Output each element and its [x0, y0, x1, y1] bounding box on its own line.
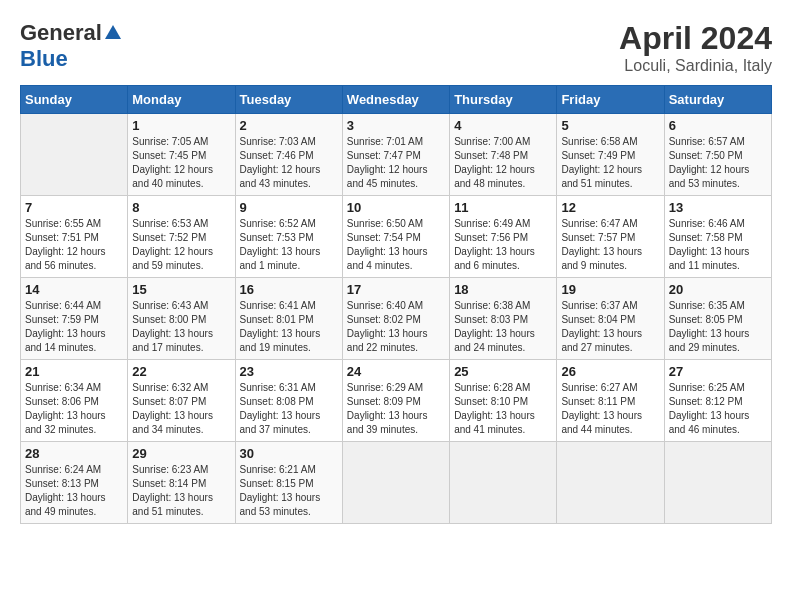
day-detail: Sunrise: 6:52 AM Sunset: 7:53 PM Dayligh… [240, 217, 338, 273]
day-detail: Sunrise: 6:34 AM Sunset: 8:06 PM Dayligh… [25, 381, 123, 437]
day-number: 2 [240, 118, 338, 133]
calendar-cell: 16Sunrise: 6:41 AM Sunset: 8:01 PM Dayli… [235, 278, 342, 360]
calendar-cell: 25Sunrise: 6:28 AM Sunset: 8:10 PM Dayli… [450, 360, 557, 442]
day-detail: Sunrise: 6:49 AM Sunset: 7:56 PM Dayligh… [454, 217, 552, 273]
day-number: 14 [25, 282, 123, 297]
day-of-week-header: Sunday [21, 86, 128, 114]
calendar-cell: 4Sunrise: 7:00 AM Sunset: 7:48 PM Daylig… [450, 114, 557, 196]
calendar-cell: 14Sunrise: 6:44 AM Sunset: 7:59 PM Dayli… [21, 278, 128, 360]
calendar-cell [664, 442, 771, 524]
calendar-cell: 30Sunrise: 6:21 AM Sunset: 8:15 PM Dayli… [235, 442, 342, 524]
day-number: 10 [347, 200, 445, 215]
calendar-cell: 23Sunrise: 6:31 AM Sunset: 8:08 PM Dayli… [235, 360, 342, 442]
day-of-week-header: Tuesday [235, 86, 342, 114]
month-year-title: April 2024 [619, 20, 772, 57]
day-detail: Sunrise: 6:58 AM Sunset: 7:49 PM Dayligh… [561, 135, 659, 191]
day-detail: Sunrise: 6:40 AM Sunset: 8:02 PM Dayligh… [347, 299, 445, 355]
day-number: 20 [669, 282, 767, 297]
day-number: 28 [25, 446, 123, 461]
calendar-cell: 24Sunrise: 6:29 AM Sunset: 8:09 PM Dayli… [342, 360, 449, 442]
calendar-cell: 19Sunrise: 6:37 AM Sunset: 8:04 PM Dayli… [557, 278, 664, 360]
day-number: 29 [132, 446, 230, 461]
day-of-week-header: Monday [128, 86, 235, 114]
calendar-cell: 12Sunrise: 6:47 AM Sunset: 7:57 PM Dayli… [557, 196, 664, 278]
day-number: 30 [240, 446, 338, 461]
logo-general-text: General [20, 20, 102, 46]
day-number: 18 [454, 282, 552, 297]
calendar-cell: 11Sunrise: 6:49 AM Sunset: 7:56 PM Dayli… [450, 196, 557, 278]
day-number: 17 [347, 282, 445, 297]
calendar-cell [342, 442, 449, 524]
day-number: 19 [561, 282, 659, 297]
day-detail: Sunrise: 6:27 AM Sunset: 8:11 PM Dayligh… [561, 381, 659, 437]
day-detail: Sunrise: 6:53 AM Sunset: 7:52 PM Dayligh… [132, 217, 230, 273]
calendar-cell: 13Sunrise: 6:46 AM Sunset: 7:58 PM Dayli… [664, 196, 771, 278]
svg-marker-0 [105, 25, 121, 39]
day-detail: Sunrise: 6:37 AM Sunset: 8:04 PM Dayligh… [561, 299, 659, 355]
day-detail: Sunrise: 6:41 AM Sunset: 8:01 PM Dayligh… [240, 299, 338, 355]
calendar-week-row: 21Sunrise: 6:34 AM Sunset: 8:06 PM Dayli… [21, 360, 772, 442]
calendar-cell: 20Sunrise: 6:35 AM Sunset: 8:05 PM Dayli… [664, 278, 771, 360]
day-number: 1 [132, 118, 230, 133]
day-number: 7 [25, 200, 123, 215]
day-number: 26 [561, 364, 659, 379]
logo-icon [103, 23, 123, 43]
day-number: 25 [454, 364, 552, 379]
calendar-table: SundayMondayTuesdayWednesdayThursdayFrid… [20, 85, 772, 524]
day-detail: Sunrise: 6:35 AM Sunset: 8:05 PM Dayligh… [669, 299, 767, 355]
day-number: 11 [454, 200, 552, 215]
day-number: 23 [240, 364, 338, 379]
day-number: 4 [454, 118, 552, 133]
day-detail: Sunrise: 6:32 AM Sunset: 8:07 PM Dayligh… [132, 381, 230, 437]
day-number: 15 [132, 282, 230, 297]
calendar-cell: 10Sunrise: 6:50 AM Sunset: 7:54 PM Dayli… [342, 196, 449, 278]
day-detail: Sunrise: 6:24 AM Sunset: 8:13 PM Dayligh… [25, 463, 123, 519]
day-detail: Sunrise: 6:44 AM Sunset: 7:59 PM Dayligh… [25, 299, 123, 355]
calendar-cell: 2Sunrise: 7:03 AM Sunset: 7:46 PM Daylig… [235, 114, 342, 196]
day-detail: Sunrise: 6:38 AM Sunset: 8:03 PM Dayligh… [454, 299, 552, 355]
calendar-cell: 5Sunrise: 6:58 AM Sunset: 7:49 PM Daylig… [557, 114, 664, 196]
day-detail: Sunrise: 6:57 AM Sunset: 7:50 PM Dayligh… [669, 135, 767, 191]
day-detail: Sunrise: 6:25 AM Sunset: 8:12 PM Dayligh… [669, 381, 767, 437]
location-subtitle: Loculi, Sardinia, Italy [619, 57, 772, 75]
calendar-cell: 18Sunrise: 6:38 AM Sunset: 8:03 PM Dayli… [450, 278, 557, 360]
day-number: 16 [240, 282, 338, 297]
calendar-header-row: SundayMondayTuesdayWednesdayThursdayFrid… [21, 86, 772, 114]
day-number: 13 [669, 200, 767, 215]
calendar-cell: 21Sunrise: 6:34 AM Sunset: 8:06 PM Dayli… [21, 360, 128, 442]
day-of-week-header: Thursday [450, 86, 557, 114]
day-detail: Sunrise: 6:29 AM Sunset: 8:09 PM Dayligh… [347, 381, 445, 437]
calendar-cell: 28Sunrise: 6:24 AM Sunset: 8:13 PM Dayli… [21, 442, 128, 524]
calendar-cell [557, 442, 664, 524]
calendar-week-row: 1Sunrise: 7:05 AM Sunset: 7:45 PM Daylig… [21, 114, 772, 196]
calendar-cell [450, 442, 557, 524]
calendar-week-row: 7Sunrise: 6:55 AM Sunset: 7:51 PM Daylig… [21, 196, 772, 278]
day-number: 6 [669, 118, 767, 133]
calendar-week-row: 14Sunrise: 6:44 AM Sunset: 7:59 PM Dayli… [21, 278, 772, 360]
calendar-cell: 9Sunrise: 6:52 AM Sunset: 7:53 PM Daylig… [235, 196, 342, 278]
day-detail: Sunrise: 6:46 AM Sunset: 7:58 PM Dayligh… [669, 217, 767, 273]
calendar-cell: 26Sunrise: 6:27 AM Sunset: 8:11 PM Dayli… [557, 360, 664, 442]
calendar-cell: 29Sunrise: 6:23 AM Sunset: 8:14 PM Dayli… [128, 442, 235, 524]
day-detail: Sunrise: 6:43 AM Sunset: 8:00 PM Dayligh… [132, 299, 230, 355]
day-number: 21 [25, 364, 123, 379]
calendar-cell: 7Sunrise: 6:55 AM Sunset: 7:51 PM Daylig… [21, 196, 128, 278]
day-of-week-header: Saturday [664, 86, 771, 114]
calendar-week-row: 28Sunrise: 6:24 AM Sunset: 8:13 PM Dayli… [21, 442, 772, 524]
day-detail: Sunrise: 6:55 AM Sunset: 7:51 PM Dayligh… [25, 217, 123, 273]
day-of-week-header: Wednesday [342, 86, 449, 114]
day-number: 9 [240, 200, 338, 215]
day-number: 3 [347, 118, 445, 133]
page-header: General Blue April 2024 Loculi, Sardinia… [20, 20, 772, 75]
calendar-cell: 15Sunrise: 6:43 AM Sunset: 8:00 PM Dayli… [128, 278, 235, 360]
day-detail: Sunrise: 6:23 AM Sunset: 8:14 PM Dayligh… [132, 463, 230, 519]
calendar-cell: 17Sunrise: 6:40 AM Sunset: 8:02 PM Dayli… [342, 278, 449, 360]
day-number: 12 [561, 200, 659, 215]
day-detail: Sunrise: 6:21 AM Sunset: 8:15 PM Dayligh… [240, 463, 338, 519]
calendar-cell: 27Sunrise: 6:25 AM Sunset: 8:12 PM Dayli… [664, 360, 771, 442]
day-number: 24 [347, 364, 445, 379]
calendar-cell: 22Sunrise: 6:32 AM Sunset: 8:07 PM Dayli… [128, 360, 235, 442]
day-detail: Sunrise: 6:31 AM Sunset: 8:08 PM Dayligh… [240, 381, 338, 437]
calendar-cell: 6Sunrise: 6:57 AM Sunset: 7:50 PM Daylig… [664, 114, 771, 196]
day-number: 5 [561, 118, 659, 133]
